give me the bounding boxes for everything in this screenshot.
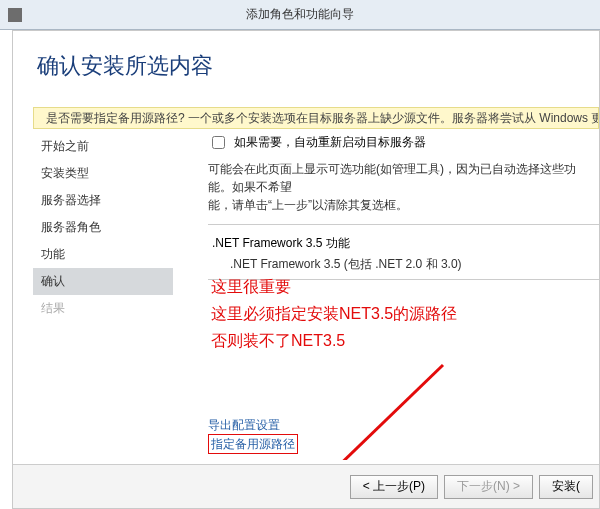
warning-banner: 是否需要指定备用源路径? 一个或多个安装选项在目标服务器上缺少源文件。服务器将尝… (33, 107, 599, 129)
prev-button[interactable]: < 上一步(P) (350, 475, 438, 499)
main-panel: 如果需要，自动重新启动目标服务器 可能会在此页面上显示可选功能(如管理工具)，因… (183, 133, 599, 460)
feature-group-title: .NET Framework 3.5 功能 (212, 235, 599, 252)
annotation-overlay: 这里很重要 这里必须指定安装NET3.5的源路径 否则装不了NET3.5 (211, 273, 457, 355)
title-bar: 添加角色和功能向导 (0, 0, 600, 30)
button-bar: < 上一步(P) 下一步(N) > 安装( (13, 464, 599, 508)
wizard-body: 确认安装所选内容 是否需要指定备用源路径? 一个或多个安装选项在目标服务器上缺少… (12, 30, 600, 509)
next-button: 下一步(N) > (444, 475, 533, 499)
nav-confirm[interactable]: 确认 (33, 268, 173, 295)
nav-install-type[interactable]: 安装类型 (33, 160, 173, 187)
description-line1: 可能会在此页面上显示可选功能(如管理工具)，因为已自动选择这些功能。如果不希望 (208, 160, 599, 196)
window-title: 添加角色和功能向导 (246, 6, 354, 23)
annotation-line2: 这里必须指定安装NET3.5的源路径 (211, 300, 457, 327)
auto-restart-checkbox[interactable] (212, 136, 225, 149)
auto-restart-row: 如果需要，自动重新启动目标服务器 (208, 133, 599, 152)
system-icon (8, 8, 22, 22)
annotation-line1: 这里很重要 (211, 273, 457, 300)
install-button[interactable]: 安装( (539, 475, 593, 499)
nav-features[interactable]: 功能 (33, 241, 173, 268)
warning-text: 是否需要指定备用源路径? 一个或多个安装选项在目标服务器上缺少源文件。服务器将尝… (46, 110, 599, 127)
description-line2: 能，请单击“上一步”以清除其复选框。 (208, 196, 599, 214)
nav-server-roles[interactable]: 服务器角色 (33, 214, 173, 241)
page-title: 确认安装所选内容 (37, 51, 213, 81)
nav-results: 结果 (33, 295, 173, 322)
alt-source-path-link[interactable]: 指定备用源路径 (211, 437, 295, 451)
bottom-links: 导出配置设置 指定备用源路径 (208, 416, 298, 454)
annotation-line3: 否则装不了NET3.5 (211, 327, 457, 354)
feature-list: .NET Framework 3.5 功能 .NET Framework 3.5… (208, 224, 599, 280)
nav-before-begin[interactable]: 开始之前 (33, 133, 173, 160)
alt-source-highlight: 指定备用源路径 (208, 434, 298, 454)
svg-line-3 (298, 365, 443, 460)
wizard-nav: 开始之前 安装类型 服务器选择 服务器角色 功能 确认 结果 (33, 133, 183, 460)
export-config-link[interactable]: 导出配置设置 (208, 416, 298, 434)
nav-server-select[interactable]: 服务器选择 (33, 187, 173, 214)
auto-restart-label: 如果需要，自动重新启动目标服务器 (234, 134, 426, 151)
content-area: 开始之前 安装类型 服务器选择 服务器角色 功能 确认 结果 如果需要，自动重新… (33, 133, 599, 460)
feature-item: .NET Framework 3.5 (包括 .NET 2.0 和 3.0) (230, 256, 599, 273)
